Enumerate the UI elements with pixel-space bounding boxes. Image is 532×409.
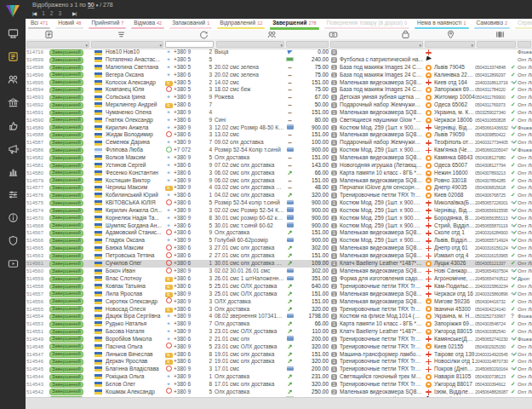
- order-row[interactable]: 514595ЗавершенийКолосок Александрlc+380 …: [26, 78, 532, 86]
- column-header-orders-list-icon[interactable]: [44, 30, 54, 39]
- column-header-barcode-icon[interactable]: [495, 30, 505, 39]
- column-filter-input[interactable]: ▾: [330, 41, 423, 48]
- sales-channel: Опт Льв: [518, 291, 532, 297]
- tab-Сервіси[interactable]: Сервіси0: [512, 19, 532, 30]
- column-header-sort-icon[interactable]: [117, 30, 126, 39]
- column-header-location-icon[interactable]: [446, 30, 455, 39]
- order-row[interactable]: 514557ЗавершенийЛила Ярославlc+380 9325.…: [26, 290, 532, 297]
- column-filter-input[interactable]: [477, 41, 516, 48]
- order-row[interactable]: 514545ЗавершенийБлагінна Владіслава+380 …: [26, 366, 532, 373]
- order-row[interactable]: 514590ЗавершенийГнатюк Олександр*+380 69…: [26, 116, 532, 124]
- tab-Повернення товару (в дорозі)[interactable]: Повернення товару (в дорозі)0: [322, 19, 412, 30]
- order-row[interactable]: 514587ЗавершенийСеменюк Дарина*+380 9709…: [26, 139, 532, 147]
- order-row[interactable]: 514547ЗавершенийЛиньков Вячеславlc+380 6…: [26, 350, 532, 358]
- order-row[interactable]: 514542ЗавершенийКошмак Александр+380 95О…: [26, 388, 532, 395]
- column-header-sync-icon[interactable]: [199, 30, 209, 39]
- app-logo-icon[interactable]: [0, 0, 26, 22]
- tab-Відмова[interactable]: Відмова42: [129, 19, 167, 30]
- sidebar-item-security[interactable]: [0, 229, 26, 252]
- filter-dropdown-arrow-icon[interactable]: ▾: [85, 43, 88, 48]
- page-number-button[interactable]: 1: [42, 10, 45, 16]
- order-row[interactable]: 514588ЗавершенийЖидак Володимир+380 6313…: [26, 131, 532, 139]
- filter-dropdown-arrow-icon[interactable]: ▾: [471, 43, 473, 48]
- column-filter-input[interactable]: [286, 41, 329, 48]
- order-row[interactable]: 514544ЗавершенийРокіцька Ольга*+380 91Ол…: [26, 373, 532, 381]
- order-row[interactable]: 514551ЗавершенийБасова Наталя*+380 9323.…: [26, 328, 532, 336]
- order-row[interactable]: 514558ЗавершенийКовпак Татьянаlc+380 652…: [26, 283, 532, 291]
- sidebar-item-marketing[interactable]: [0, 137, 26, 160]
- tab-Всі[interactable]: Всі471: [26, 19, 53, 30]
- column-filter-input[interactable]: ▾: [216, 41, 284, 48]
- order-row[interactable]: 514591ЗавершенийЧумаченко Олена*+380 94↔…: [26, 109, 532, 117]
- sidebar-item-analytics[interactable]: [0, 160, 26, 183]
- order-row[interactable]: 514716ЗавершенийНов10 Нов10*+380 92Выца0…: [26, 49, 532, 56]
- sidebar-item-offers[interactable]: [0, 114, 26, 137]
- column-filter-input[interactable]: ▾: [425, 41, 475, 48]
- page-number-button[interactable]: 2: [50, 10, 54, 16]
- order-row[interactable]: 514599ЗавершенийПотапенко Анастас...*+38…: [26, 56, 532, 64]
- tab-Самовивіз[interactable]: Самовивіз2: [472, 19, 513, 30]
- order-row[interactable]: 514565ЗавершенийБаюка Максим+380 6327.01…: [26, 245, 532, 252]
- order-row[interactable]: 514574ЗавершенийКирилич Анжела Ол...*+38…: [26, 207, 532, 215]
- order-row[interactable]: 514570ЗавершенийКорнелюк Надія Та...*+38…: [26, 214, 532, 222]
- sidebar-item-video[interactable]: [0, 252, 26, 275]
- order-row[interactable]: 514580ЗавершенийФесенко Константин*+380 …: [26, 169, 532, 176]
- order-row[interactable]: 514579ЗавершенийКостишин Виктор*+380 990…: [26, 176, 532, 184]
- order-row[interactable]: 514559ЗавершенийВлас Слотноуlc+380 6326.…: [26, 275, 532, 283]
- order-row[interactable]: 514594ЗавершенийКомпанец Юля+380 5318.02…: [26, 86, 532, 94]
- sidebar-item-clients[interactable]: [0, 68, 26, 91]
- page-size-dropdown[interactable]: 50: [88, 2, 94, 9]
- order-row[interactable]: 514592ЗавершенийМерклингер Андрейlc+380 …: [26, 101, 532, 109]
- tab-Відправлений[interactable]: Відправлений12: [215, 19, 267, 30]
- order-row[interactable]: 514560ЗавершенийБокоч Иван+380 9302.02 3…: [26, 268, 532, 275]
- order-row[interactable]: 514554ЗавершенийДацюк Віра Сергіївна*+38…: [26, 313, 532, 320]
- order-row[interactable]: 514548ЗавершенийПасічна Ольга+380 9523.0…: [26, 343, 532, 350]
- order-row[interactable]: 514566ЗавершенийГладюк Оксана*+380 95Гол…: [26, 237, 532, 245]
- column-filter-input[interactable]: ▾: [91, 41, 163, 48]
- order-row[interactable]: 514567ЗавершенийАдамовский Станис...+380…: [26, 229, 532, 237]
- order-row[interactable]: 514586ЗавершенийФіліпова Люба+7 0724Розм…: [26, 147, 532, 154]
- order-row[interactable]: 514563ЗавершенийПетровська Тетяна+380 62…: [26, 252, 532, 260]
- order-row[interactable]: 514582ЗавершенийВолков Максим*+380 95Олх…: [26, 154, 532, 162]
- order-row[interactable]: 514555ЗавершенийНовосад Олесяlc+380 63Ол…: [26, 305, 532, 313]
- order-row[interactable]: 514577ЗавершенийЧерниш Максимlc+380 9403…: [26, 184, 532, 192]
- column-header-people-icon[interactable]: [267, 30, 277, 39]
- order-row[interactable]: 514561ЗавершенийСучилов Олег+380 6130.01…: [26, 260, 532, 268]
- sidebar-item-finance[interactable]: [0, 91, 26, 114]
- order-row[interactable]: 514576ЗавершенийКобилинський Юрий*+380 6…: [26, 192, 532, 199]
- tab-Прийнятий[interactable]: Прийнятий7: [86, 19, 129, 30]
- order-row[interactable]: 514568ЗавершенийШумляс Богдана Ан...*+38…: [26, 222, 532, 229]
- column-filter-input[interactable]: [165, 41, 214, 48]
- page-number-button[interactable]: 3: [58, 10, 61, 16]
- filter-dropdown-arrow-icon[interactable]: ▾: [159, 43, 162, 48]
- column-filter-input[interactable]: ▾: [26, 41, 89, 48]
- order-row[interactable]: 514598ЗавершенийМалютина Светлана*+380 5…: [26, 64, 532, 72]
- sidebar-item-settings[interactable]: [0, 183, 26, 206]
- order-row[interactable]: 514575ЗавершенийКВІТОВСЬКА ЮЛІЯ+380 65Ро…: [26, 199, 532, 207]
- filter-dropdown-arrow-icon[interactable]: ▾: [280, 43, 283, 48]
- tab-Нема в наявності[interactable]: Нема в наявності1: [412, 19, 472, 30]
- column-filter-input[interactable]: [518, 41, 531, 48]
- sidebar-item-orders[interactable]: [0, 45, 26, 68]
- column-header-money-icon[interactable]: [329, 30, 338, 39]
- filter-dropdown-arrow-icon[interactable]: ▾: [419, 43, 421, 48]
- tracking-number: 0504308127794: [475, 162, 511, 169]
- sidebar-item-dashboard[interactable]: [0, 22, 26, 45]
- order-row[interactable]: 514543ЗавершенийБєлов Олег*+380 6817.01 …: [26, 381, 532, 389]
- order-row[interactable]: 514581ЗавершенийУстинов Сергей*+380 6907…: [26, 162, 532, 170]
- order-row[interactable]: 514546ЗавершенийДеркач Ярославlc+380 621…: [26, 358, 532, 366]
- tab-Новий[interactable]: Новий48: [53, 19, 86, 30]
- last-page-button[interactable]: ▶|: [72, 10, 76, 16]
- sidebar-item-info[interactable]: [0, 206, 26, 229]
- order-row[interactable]: 514549ЗавершенийВоробйов Микола*+380 622…: [26, 335, 532, 343]
- tab-Запакований[interactable]: Запакований1: [167, 19, 215, 30]
- order-row[interactable]: 514589ЗавершенийКирилич Анжела*+380 9312…: [26, 124, 532, 131]
- column-header-bag-icon[interactable]: [401, 30, 410, 39]
- order-row[interactable]: 514556ЗавершенийСиротюк Олександр+380 93…: [26, 297, 532, 305]
- order-row[interactable]: 514593ЗавершенийСольська Ірина*+380 99Ро…: [26, 94, 532, 101]
- order-row[interactable]: 514596ЗавершенийВегера Оксана*+380 6320.…: [26, 71, 532, 78]
- order-row[interactable]: 514553ЗавершенийРудько Наталья*+380 97Ол…: [26, 320, 532, 328]
- tab-Завершений[interactable]: Завершений278: [267, 19, 321, 30]
- tracking-status-cell: ✎✓: [511, 207, 518, 214]
- first-page-button[interactable]: |◀: [32, 10, 36, 16]
